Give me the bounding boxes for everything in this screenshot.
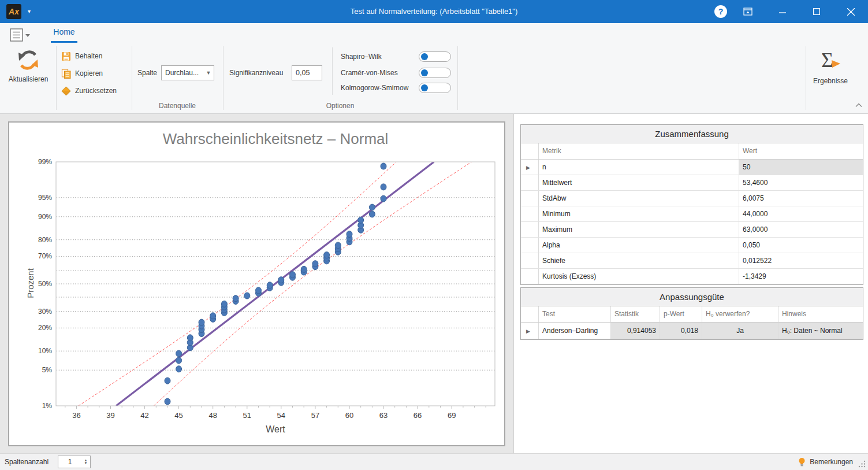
row-selector-cell[interactable] <box>521 206 538 221</box>
row-selector-cell[interactable]: ▶ <box>521 160 538 175</box>
column-header[interactable]: Test <box>538 306 610 322</box>
svg-text:66: 66 <box>413 411 422 420</box>
bemerkungen-button[interactable]: Bemerkungen <box>798 454 853 470</box>
summary-table-title: Zusammenfassung <box>521 125 863 143</box>
row-selector-header <box>521 143 538 159</box>
file-menu-button[interactable] <box>9 28 32 43</box>
window-options-button[interactable] <box>735 0 761 23</box>
close-button[interactable] <box>838 0 863 23</box>
svg-text:5%: 5% <box>42 366 53 374</box>
table-cell[interactable]: 0,012522 <box>739 253 863 268</box>
table-row[interactable]: Minimum44,0000 <box>521 206 863 222</box>
zuruecksetzen-button[interactable]: Zurücksetzen <box>61 83 117 98</box>
table-cell[interactable]: 0,018 <box>660 323 702 339</box>
resize-grip-icon[interactable] <box>858 460 866 468</box>
column-header[interactable]: Hinweis <box>778 306 863 322</box>
table-cell[interactable]: Schiefe <box>538 253 739 268</box>
table-cell[interactable]: Ja <box>702 323 778 339</box>
column-count-value[interactable]: 1 <box>58 456 81 468</box>
gof-table-header: TestStatistikp-WertH₀ verwerfen?Hinweis <box>521 306 863 323</box>
behalten-button[interactable]: Behalten <box>61 49 102 64</box>
title-bar: Ax ▾ Test auf Normalverteilung: (Arbeits… <box>0 0 868 23</box>
lightbulb-icon <box>798 457 806 467</box>
svg-text:80%: 80% <box>38 236 52 244</box>
row-selector-cell[interactable] <box>521 175 538 190</box>
toggle-label-kolmogorow-smirnow: Kolmogorow-Smirnow <box>341 82 408 94</box>
tab-home[interactable]: Home <box>51 27 77 36</box>
toggle-knob <box>421 53 428 60</box>
column-header[interactable]: H₀ verwerfen? <box>702 306 778 322</box>
svg-text:10%: 10% <box>38 347 52 355</box>
table-cell[interactable]: Anderson–Darling <box>538 323 610 339</box>
toggle-shapiro-wilk[interactable] <box>419 51 451 62</box>
row-selector-cell[interactable] <box>521 222 538 237</box>
table-row[interactable]: Alpha0,050 <box>521 238 863 253</box>
maximize-button[interactable] <box>804 0 829 23</box>
column-count-spinner[interactable]: 1 ▲ ▼ <box>58 456 91 468</box>
table-cell[interactable]: 0,914053 <box>610 323 660 339</box>
table-row[interactable]: ▶n50 <box>521 160 863 175</box>
save-icon <box>61 51 71 61</box>
table-cell[interactable]: H₀: Daten ~ Normal <box>778 323 863 339</box>
gof-table-body: ▶Anderson–Darling0,9140530,018JaH₀: Date… <box>521 323 863 339</box>
aktualisieren-button[interactable]: Aktualisieren <box>3 49 53 83</box>
column-header[interactable]: p-Wert <box>660 306 702 322</box>
table-cell[interactable]: 6,0075 <box>739 191 863 206</box>
column-header[interactable]: Wert <box>739 143 863 159</box>
row-selector-cell[interactable]: ▶ <box>521 323 538 339</box>
svg-text:57: 57 <box>311 411 319 420</box>
kopieren-button[interactable]: Kopieren <box>61 66 103 81</box>
table-cell[interactable]: 63,0000 <box>739 222 863 237</box>
table-row[interactable]: ▶Anderson–Darling0,9140530,018JaH₀: Date… <box>521 323 863 339</box>
table-cell[interactable]: n <box>538 160 739 175</box>
probability-plot-card: Wahrscheinlichkeitsnetz – Normal Prozent… <box>8 121 505 446</box>
table-cell[interactable]: Kurtosis (Exzess) <box>538 269 739 284</box>
ergebnisse-button[interactable]: Σ Ergebnisse <box>808 48 853 85</box>
help-button[interactable]: ? <box>708 0 733 23</box>
svg-text:51: 51 <box>243 411 251 420</box>
column-header[interactable]: Statistik <box>610 306 660 322</box>
table-row[interactable]: StdAbw6,0075 <box>521 191 863 206</box>
window-options-icon <box>743 8 752 16</box>
row-selector-cell[interactable] <box>521 253 538 268</box>
table-cell[interactable]: Maximum <box>538 222 739 237</box>
table-cell[interactable]: 53,4600 <box>739 175 863 190</box>
table-cell[interactable]: 0,050 <box>739 238 863 253</box>
spinner-down-icon[interactable]: ▼ <box>84 462 88 465</box>
group-separator <box>806 46 806 110</box>
column-header[interactable]: Metrik <box>538 143 739 159</box>
app-logo-icon[interactable]: Ax <box>6 4 21 19</box>
table-row[interactable]: Maximum63,0000 <box>521 222 863 238</box>
selected-row-arrow-icon: ▶ <box>521 328 530 334</box>
table-cell[interactable]: 44,0000 <box>739 206 863 221</box>
summary-table-header: MetrikWert <box>521 143 863 160</box>
x-axis-title: Wert <box>56 424 495 435</box>
row-selector-cell[interactable] <box>521 191 538 206</box>
svg-text:99%: 99% <box>38 158 52 166</box>
spalte-dropdown[interactable]: Durchlau... ▼ <box>161 65 214 80</box>
app-menu-caret-icon[interactable]: ▾ <box>28 8 31 14</box>
table-cell[interactable]: 50 <box>739 160 863 175</box>
table-cell[interactable]: StdAbw <box>538 191 739 206</box>
selected-row-arrow-icon: ▶ <box>521 165 530 171</box>
signifikanzniveau-input[interactable]: 0,05 <box>292 65 322 80</box>
row-selector-cell[interactable] <box>521 269 538 284</box>
table-cell[interactable]: Minimum <box>538 206 739 221</box>
row-selector-cell[interactable] <box>521 238 538 253</box>
group-separator <box>56 46 57 110</box>
row-selector-header <box>521 306 538 322</box>
toggle-knob <box>421 69 428 76</box>
spalte-dropdown-value: Durchlau... <box>162 69 203 77</box>
minimize-button[interactable] <box>770 0 795 23</box>
spinner-arrows[interactable]: ▲ ▼ <box>81 456 90 468</box>
collapse-ribbon-button[interactable] <box>855 101 862 109</box>
table-cell[interactable]: -1,3429 <box>739 269 863 284</box>
table-row[interactable]: Kurtosis (Exzess)-1,3429 <box>521 269 863 284</box>
table-cell[interactable]: Alpha <box>538 238 739 253</box>
toggle-kolmogorow-smirnow[interactable] <box>419 83 451 93</box>
table-row[interactable]: Schiefe0,012522 <box>521 253 863 269</box>
table-row[interactable]: Mittelwert53,4600 <box>521 175 863 191</box>
table-cell[interactable]: Mittelwert <box>538 175 739 190</box>
zuruecksetzen-label: Zurücksetzen <box>75 87 117 95</box>
toggle-cramer-von-mises[interactable] <box>419 68 451 78</box>
